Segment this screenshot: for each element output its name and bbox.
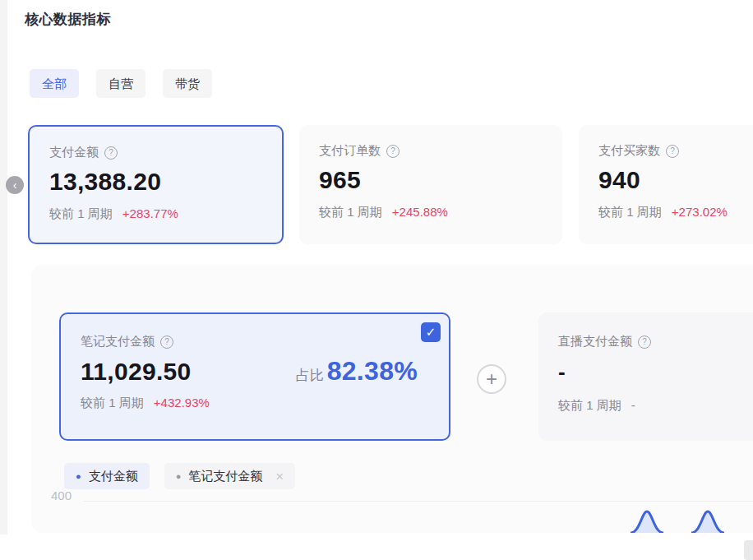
page-left-gutter	[0, 0, 7, 535]
metric-compare-row: 较前 1 周期 +273.02%	[598, 205, 753, 220]
compare-label: 较前 1 周期	[319, 205, 382, 219]
note-card-checkbox[interactable]: ✓	[421, 322, 441, 342]
help-icon[interactable]: ?	[104, 146, 118, 160]
help-icon[interactable]: ?	[638, 336, 651, 349]
page-title: 核心数据指标	[25, 10, 111, 29]
floating-widget-fragment	[744, 540, 753, 560]
help-icon[interactable]: ?	[666, 145, 679, 158]
metric-label: 支付金额	[49, 145, 99, 160]
payment-trend-chart	[31, 508, 753, 533]
carousel-prev-button[interactable]: ‹	[6, 176, 24, 194]
series-dot-icon: ●	[176, 471, 182, 481]
legend-label: 支付金额	[89, 469, 138, 484]
chart-gridline	[84, 501, 753, 502]
breakdown-card-note-payment[interactable]: ✓ 笔记支付金额 ? 11,029.50 占比 82.38% 较前 1 周期 +…	[59, 312, 450, 441]
metric-label-row: 笔记支付金额 ?	[81, 334, 429, 349]
metric-label-row: 支付买家数 ?	[598, 143, 753, 159]
metric-label: 直播支付金额	[558, 334, 632, 349]
metric-value: -	[558, 359, 753, 385]
add-metric-button[interactable]: +	[477, 364, 506, 394]
compare-label: 较前 1 周期	[81, 396, 144, 410]
metric-label: 支付订单数	[319, 143, 381, 159]
tab-affiliate[interactable]: 带货	[163, 69, 212, 98]
help-icon[interactable]: ?	[386, 145, 400, 158]
tab-self-operated[interactable]: 自营	[96, 69, 146, 98]
metric-card-payment-amount[interactable]: 支付金额 ? 13,388.20 较前 1 周期 +283.77%	[28, 125, 284, 244]
change-value: +245.88%	[392, 205, 448, 219]
scope-tabs: 全部 自营 带货	[30, 69, 212, 98]
metric-compare-row: 较前 1 周期 -	[558, 398, 753, 414]
compare-label: 较前 1 周期	[558, 398, 621, 412]
legend-item-payment-amount[interactable]: ● 支付金额	[64, 463, 150, 489]
metric-breakdown-panel: ✓ 笔记支付金额 ? 11,029.50 占比 82.38% 较前 1 周期 +…	[31, 265, 753, 533]
metric-card-buyer-count[interactable]: 支付买家数 ? 940 较前 1 周期 +273.02%	[579, 125, 753, 244]
metric-compare-row: 较前 1 周期 +283.77%	[49, 206, 262, 222]
y-axis-tick-400: 400	[51, 488, 72, 502]
legend-label: 笔记支付金额	[188, 469, 262, 484]
metric-label-row: 支付金额 ?	[49, 145, 262, 160]
ratio-label: 占比	[296, 366, 324, 385]
series-dot-icon: ●	[76, 471, 81, 481]
ratio-group: 占比 82.38%	[296, 356, 429, 386]
tab-all[interactable]: 全部	[30, 69, 79, 98]
change-value: +432.93%	[154, 396, 210, 410]
compare-label: 较前 1 周期	[598, 205, 662, 219]
help-icon[interactable]: ?	[160, 336, 173, 349]
plus-icon: +	[486, 368, 497, 390]
metric-compare-row: 较前 1 周期 +432.93%	[81, 396, 429, 411]
check-icon: ✓	[426, 325, 437, 339]
compare-label: 较前 1 周期	[49, 206, 113, 220]
metric-label: 支付买家数	[598, 143, 660, 159]
metric-value: 11,029.50	[81, 358, 192, 386]
metric-value: 940	[598, 166, 753, 194]
chevron-left-icon: ‹	[13, 178, 17, 192]
metric-value: 965	[319, 166, 543, 194]
legend-item-note-payment-amount[interactable]: ● 笔记支付金额 ×	[164, 463, 296, 489]
chart-legend: ● 支付金额 ● 笔记支付金额 ×	[64, 463, 295, 489]
metric-value: 13,388.20	[49, 168, 262, 196]
metric-compare-row: 较前 1 周期 +245.88%	[319, 205, 543, 220]
breakdown-card-live-payment[interactable]: 直播支付金额 ? - 较前 1 周期 -	[538, 312, 753, 441]
metric-label-row: 支付订单数 ?	[319, 143, 543, 159]
ratio-value: 82.38%	[327, 356, 418, 386]
metric-value-row: 11,029.50 占比 82.38%	[81, 356, 429, 386]
close-icon[interactable]: ×	[275, 470, 284, 484]
metric-label-row: 直播支付金额 ?	[558, 334, 753, 349]
metric-card-order-count[interactable]: 支付订单数 ? 965 较前 1 周期 +245.88%	[299, 125, 562, 244]
change-value: +273.02%	[672, 205, 728, 219]
change-value: -	[631, 398, 635, 412]
metric-label: 笔记支付金额	[81, 334, 155, 349]
change-value: +283.77%	[122, 206, 178, 220]
